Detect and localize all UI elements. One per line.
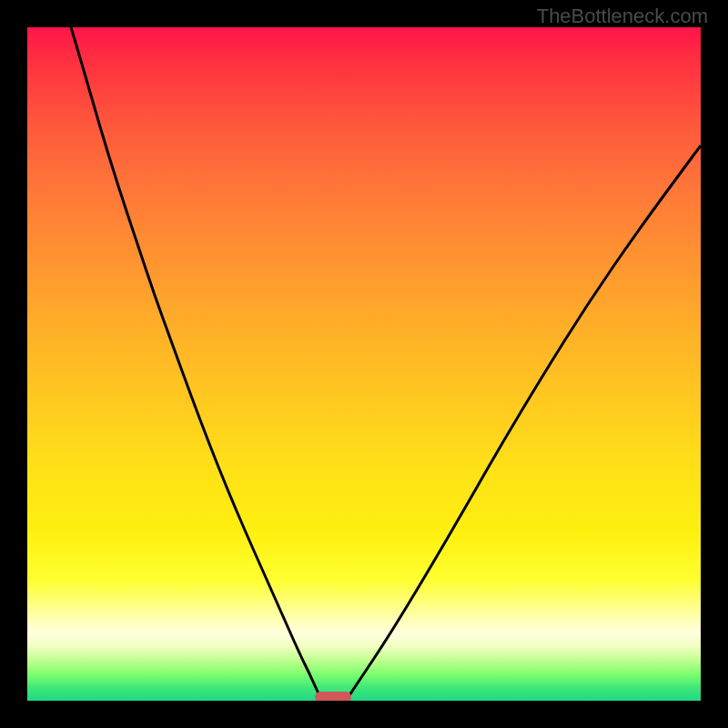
right-curve-path [346,146,701,701]
left-curve-path [71,27,322,701]
chart-container [27,27,701,701]
bottom-marker [315,692,351,701]
curve-svg [27,27,701,701]
watermark-text: TheBottleneck.com [537,5,708,28]
